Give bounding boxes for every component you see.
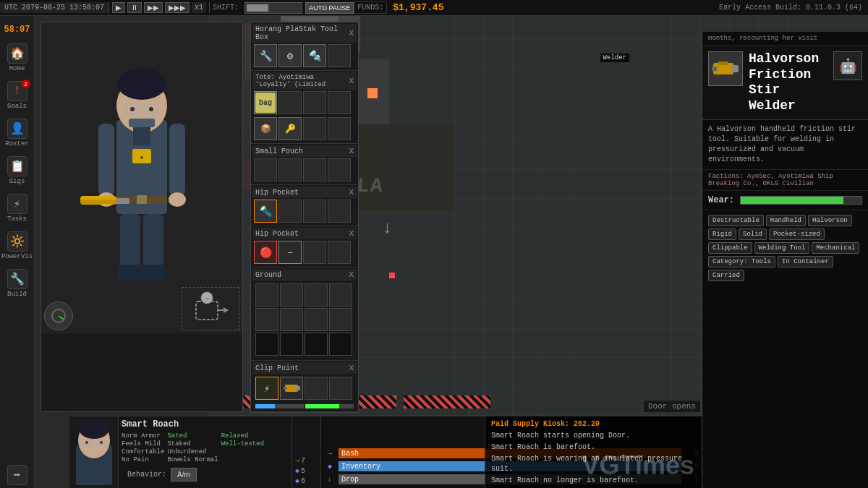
pause-button[interactable]: ⏸ <box>127 2 142 13</box>
clip-slot[interactable] <box>280 377 303 400</box>
game-area[interactable]: KioskFloor AL PLA CK ↓ <box>35 16 868 488</box>
inv-slot[interactable] <box>328 158 351 181</box>
character-info: Smart Roach Norm Armor Feels Mild Comfor… <box>119 416 292 488</box>
svg-text:★: ★ <box>140 154 144 161</box>
character-figure-svg: ★ <box>77 40 207 315</box>
ground-slot[interactable] <box>255 283 278 307</box>
ground-slot[interactable] <box>280 333 303 356</box>
inv-section-hip2: Hip Pocket X 🔴 — <box>251 226 358 267</box>
item-tag: Carried <box>708 270 744 281</box>
inv-slot[interactable] <box>328 117 351 140</box>
ground-slot[interactable] <box>280 283 303 307</box>
sidebar-item-tasks[interactable]: ⚡ Tasks <box>3 191 32 226</box>
svg-rect-20 <box>143 214 163 272</box>
ground-slot[interactable] <box>280 308 303 331</box>
action-counts: → 7 ◆ 5 ◆ 6 <box>292 416 321 488</box>
ground-slot[interactable] <box>329 308 352 331</box>
inv-slot[interactable] <box>328 200 351 223</box>
inv-header-hip1: Hip Pocket X <box>252 187 357 198</box>
inv-slot[interactable] <box>278 91 302 114</box>
play-button[interactable]: ▶ <box>112 2 125 13</box>
floor-arrow: ↓ <box>382 218 392 238</box>
inv-slot[interactable] <box>254 158 277 181</box>
inv-slot[interactable]: — <box>278 241 302 264</box>
inv-close-ground[interactable]: X <box>349 270 354 279</box>
ground-slot[interactable] <box>305 283 328 307</box>
clip-slot[interactable] <box>305 377 328 400</box>
log-entry: Smart Roach is barefoot. <box>491 442 696 453</box>
sidebar-item-build[interactable]: 🔧 Build <box>3 266 32 301</box>
inv-close-hip1[interactable]: X <box>349 188 354 197</box>
inv-slot[interactable] <box>328 241 351 264</box>
inv-slot[interactable] <box>328 44 351 67</box>
speed-display: x1 <box>192 2 206 13</box>
ground-slot[interactable] <box>329 333 352 356</box>
character-stats: Norm Armor Feels Mild Comfortable No Pai… <box>122 432 289 463</box>
roster-icon: 👤 <box>7 119 27 139</box>
inv-section-ground: Ground X <box>251 267 358 361</box>
powervis-icon: 🔆 <box>7 231 27 252</box>
sidebar-label-powervis: PowerVis <box>1 253 33 260</box>
inv-slot[interactable]: 🔑 <box>278 117 302 140</box>
item-tag: Handheld <box>766 215 806 226</box>
item-icon-svg <box>711 54 740 83</box>
nav-hint-box: → <box>182 287 239 330</box>
clip-slot[interactable] <box>329 377 352 400</box>
inv-slot[interactable]: 🔴 <box>254 241 277 264</box>
ground-slot[interactable] <box>329 283 352 307</box>
inv-close-tote[interactable]: X <box>349 77 354 85</box>
inv-slot[interactable]: ⚙ <box>278 44 302 67</box>
svg-rect-31 <box>295 386 300 390</box>
ground-slot[interactable] <box>255 308 278 331</box>
svg-point-44 <box>100 441 103 444</box>
inv-slot[interactable] <box>278 158 302 181</box>
inv-slot[interactable] <box>303 200 326 223</box>
inv-slot[interactable]: 📦 <box>254 117 277 140</box>
sidebar-label-roster: Roster <box>5 140 28 147</box>
sidebar-item-roster[interactable]: 👤 Roster <box>3 116 32 150</box>
item-tag: Halvorson <box>808 215 852 226</box>
inv-close-hip2[interactable]: X <box>349 229 354 238</box>
svg-text:→: → <box>205 295 209 303</box>
inv-slot[interactable]: bag <box>254 91 277 114</box>
sidebar-item-exit[interactable]: ➡ <box>3 462 32 488</box>
fast-forward-button[interactable]: ▶▶ <box>144 2 163 13</box>
nav-hint-icon: → <box>192 291 229 327</box>
game-entity <box>389 273 395 278</box>
inv-slot[interactable] <box>303 158 326 181</box>
item-wear: Wear: <box>702 191 868 210</box>
behavior-button[interactable]: A/m <box>171 468 197 481</box>
count-row-3: ◆ 6 <box>295 476 318 485</box>
inv-close-toolbox[interactable]: X <box>349 29 354 38</box>
inv-slot[interactable]: 🔩 <box>303 44 326 67</box>
stat-armor: Norm Armor <box>122 432 164 440</box>
item-tag: Rigid <box>708 228 736 240</box>
clip-slot[interactable]: ⚡ <box>255 377 278 400</box>
stats-col-1: Norm Armor Feels Mild Comfortable No Pai… <box>122 432 164 463</box>
ground-slot[interactable] <box>305 333 328 356</box>
sidebar-item-goals[interactable]: ! 2 Goals <box>3 78 32 113</box>
ground-slot[interactable] <box>305 308 328 331</box>
stat-stake: Staked <box>167 440 218 448</box>
inv-progress-bars <box>252 403 357 410</box>
item-tag: Solid <box>739 228 767 240</box>
inv-slot[interactable]: 🔧 <box>254 44 277 67</box>
fast-forward3-button[interactable]: ▶▶▶ <box>165 2 190 13</box>
inv-slot[interactable] <box>278 200 302 223</box>
inv-slot[interactable]: 🔦 <box>254 200 277 223</box>
game-entity <box>367 88 378 98</box>
inv-header-clip: Clip Point X <box>252 362 357 374</box>
inv-slot[interactable] <box>303 241 326 264</box>
inv-slot[interactable] <box>303 117 326 140</box>
inv-slot[interactable] <box>328 91 351 114</box>
ground-slot[interactable] <box>255 333 278 356</box>
autopause-button[interactable]: AUTO PAUSE <box>305 2 354 14</box>
inv-slot[interactable] <box>303 91 326 114</box>
inv-close-pouch[interactable]: X <box>349 147 354 155</box>
sidebar-item-gigs[interactable]: 📋 Gigs <box>3 153 32 188</box>
sidebar-item-powervis[interactable]: 🔆 PowerVis <box>3 228 32 263</box>
sidebar: 58:07 🏠 Home ! 2 Goals 👤 Roster 📋 Gigs ⚡… <box>0 16 35 488</box>
inv-close-clip[interactable]: X <box>349 364 354 372</box>
count-icon-1: → <box>295 457 299 465</box>
sidebar-item-home[interactable]: 🏠 Home <box>3 40 32 75</box>
